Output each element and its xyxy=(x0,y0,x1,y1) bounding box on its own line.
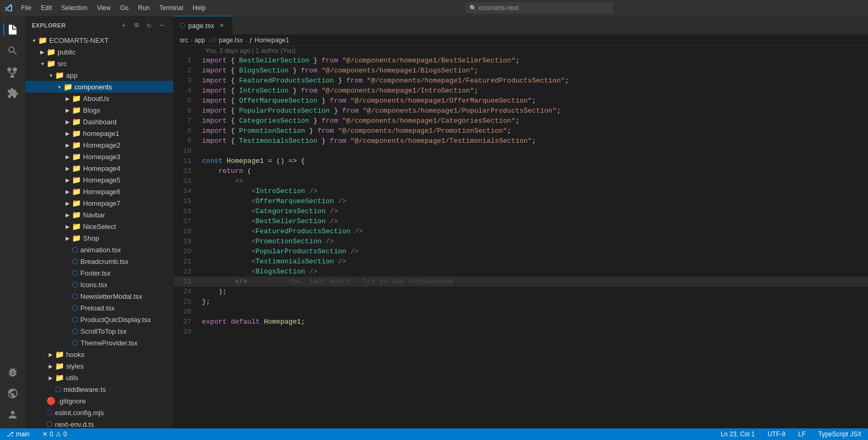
line-content: import { BestSellerSection } from "@/com… xyxy=(200,56,868,66)
folder-shop-icon: 📁 xyxy=(72,234,81,242)
global-search-bar[interactable]: 🔍 ecomarts-next xyxy=(465,2,613,14)
activity-extensions[interactable] xyxy=(3,84,22,103)
arrow-icon: ▶ xyxy=(63,210,72,219)
tree-item-preload[interactable]: ▶ ⬡ Preload.tsx xyxy=(25,302,173,314)
activity-run-debug[interactable] xyxy=(3,363,22,382)
activity-explorer[interactable] xyxy=(3,20,22,39)
breadcrumb-src[interactable]: src xyxy=(180,36,188,44)
tree-label: Homepage7 xyxy=(83,199,121,207)
status-position[interactable]: Ln 23, Col 1 xyxy=(718,430,757,438)
status-line-ending[interactable]: LF xyxy=(796,430,808,438)
activity-remote[interactable] xyxy=(3,384,22,403)
line-content: ); xyxy=(200,287,868,297)
tree-item-blogs[interactable]: ▶ 📁 Blogs xyxy=(25,104,173,116)
tree-item-footer[interactable]: ▶ ⬡ Footer.tsx xyxy=(25,267,173,279)
menu-run[interactable]: Run xyxy=(134,0,154,16)
tree-item-scrolltotop[interactable]: ▶ ⬡ ScrollToTop.tsx xyxy=(25,325,173,337)
line-content: </> You, last month · Try to add fontawe… xyxy=(200,277,868,287)
code-line: 17 <BestSellerSection /> xyxy=(173,216,868,226)
tab-page-tsx[interactable]: ⬡ page.tsx ✕ xyxy=(173,16,233,34)
tree-label: src xyxy=(58,60,67,68)
tree-item-components[interactable]: ▾ 📁 components xyxy=(25,81,173,93)
tree-item-animation[interactable]: ▶ ⬡ animation.tsx xyxy=(25,244,173,255)
status-encoding[interactable]: UTF-8 xyxy=(765,430,788,438)
tree-item-homepage4[interactable]: ▶ 📁 Homepage4 xyxy=(25,162,173,174)
tree-label: Navbar xyxy=(83,211,105,219)
menu-go[interactable]: Go xyxy=(116,0,133,16)
tree-item-dashboard[interactable]: ▶ 📁 Dashboard xyxy=(25,116,173,127)
tree-item-public[interactable]: ▶ 📁 public xyxy=(25,46,173,58)
tree-label: ScrollToTop.tsx xyxy=(80,327,126,335)
line-number: 3 xyxy=(173,76,200,86)
tree-item-next-env[interactable]: ▶ ⬡ next-env.d.ts xyxy=(25,418,173,428)
line-content xyxy=(200,307,868,317)
arrow-icon: ▶ xyxy=(47,350,55,359)
tree-item-homepage2[interactable]: ▶ 📁 Homepage2 xyxy=(25,139,173,151)
tree-label: Blogs xyxy=(83,106,100,114)
collapse-all-button[interactable]: ⋯ xyxy=(156,20,167,31)
tree-item-hooks[interactable]: ▶ 📁 hooks xyxy=(25,349,173,360)
menu-edit[interactable]: Edit xyxy=(36,0,56,16)
tree-item-shop[interactable]: ▶ 📁 Shop xyxy=(25,232,173,244)
status-branch[interactable]: ⎇ main xyxy=(4,430,32,438)
blame-text: You, 3 days ago | 1 author (You) xyxy=(205,47,296,54)
code-line: 27export default Homepage1; xyxy=(173,317,868,327)
blame-line: You, 3 days ago | 1 author (You) xyxy=(173,46,868,56)
tree-item-icons[interactable]: ▶ ⬡ Icons.tsx xyxy=(25,279,173,290)
refresh-button[interactable]: ↻ xyxy=(144,20,154,31)
tsx-icon: ⬡ xyxy=(72,245,78,254)
status-errors[interactable]: ✕ 0 ⚠ 0 xyxy=(40,430,69,438)
tree-item-homepage1[interactable]: ▶ 📁 homepage1 xyxy=(25,127,173,139)
activity-search[interactable] xyxy=(3,41,22,60)
tree-root[interactable]: ▾ 📁 ECOMARTS-NEXT xyxy=(25,34,173,46)
tsx-icon: ⬡ xyxy=(72,304,78,312)
new-file-button[interactable]: + xyxy=(118,20,129,31)
tree-label: AboutUs xyxy=(83,95,109,103)
tree-item-homepage5[interactable]: ▶ 📁 Homepage5 xyxy=(25,174,173,186)
arrow-icon: ▶ xyxy=(38,48,47,56)
breadcrumb-app[interactable]: app xyxy=(195,36,205,44)
tree-item-eslint[interactable]: ▶ ⬡ eslint.config.mjs xyxy=(25,407,173,418)
tree-item-src[interactable]: ▾ 📁 src xyxy=(25,58,173,69)
tree-item-homepage3[interactable]: ▶ 📁 Homepage3 xyxy=(25,151,173,162)
breadcrumb-fn[interactable]: Homepage1 xyxy=(255,36,289,44)
tree-label: Preload.tsx xyxy=(80,304,115,312)
menu-selection[interactable]: Selection xyxy=(57,0,91,16)
error-count: 0 xyxy=(50,430,53,438)
tree-label: components xyxy=(75,83,112,91)
code-editor[interactable]: 1import { BestSellerSection } from "@/co… xyxy=(173,56,868,428)
tree-item-homepage7[interactable]: ▶ 📁 Homepage7 xyxy=(25,197,173,209)
tree-item-navbar[interactable]: ▶ 📁 Navbar xyxy=(25,209,173,221)
line-content: <CategoriesSection /> xyxy=(200,206,868,216)
menu-terminal[interactable]: Terminal xyxy=(155,0,187,16)
line-number: 24 xyxy=(173,287,200,297)
tree-item-gitignore[interactable]: ▶ 🔴 .gitignore xyxy=(25,395,173,407)
tree-item-app[interactable]: ▾ 📁 app xyxy=(25,69,173,81)
line-number: 14 xyxy=(173,186,200,196)
tree-item-styles[interactable]: ▶ 📁 styles xyxy=(25,360,173,372)
tab-close-button[interactable]: ✕ xyxy=(217,21,226,30)
tree-item-themeprovider[interactable]: ▶ ⬡ ThemeProvider.tsx xyxy=(25,337,173,349)
tree-item-productquic[interactable]: ▶ ⬡ ProductQuicDisplay.tsx xyxy=(25,314,173,325)
tree-item-aboutus[interactable]: ▶ 📁 AboutUs xyxy=(25,93,173,104)
tree-item-middleware[interactable]: ▶ ⬡ middleware.ts xyxy=(25,383,173,395)
breadcrumb-file[interactable]: page.tsx xyxy=(219,36,243,44)
folder-icon: 📁 xyxy=(72,94,81,103)
menu-view[interactable]: View xyxy=(93,0,115,16)
status-language[interactable]: TypeScript JSX xyxy=(816,430,864,438)
tree-item-breadcrumb[interactable]: ▶ ⬡ Breadcrumb.tsx xyxy=(25,255,173,267)
activity-source-control[interactable] xyxy=(3,62,22,81)
tree-item-newsletter[interactable]: ▶ ⬡ NewsletterModal.tsx xyxy=(25,290,173,302)
menu-file[interactable]: File xyxy=(17,0,35,16)
tree-label: app xyxy=(66,71,78,79)
tree-item-utils[interactable]: ▶ 📁 utils xyxy=(25,372,173,383)
search-icon: 🔍 xyxy=(469,5,477,12)
tree-label: homepage1 xyxy=(83,130,119,138)
new-folder-button[interactable]: ⊞ xyxy=(131,20,142,31)
line-content: import { CategoriesSection } from "@/com… xyxy=(200,116,868,126)
activity-accounts[interactable] xyxy=(3,405,22,424)
tree-item-niceselect[interactable]: ▶ 📁 NiceSelect xyxy=(25,221,173,232)
menu-help[interactable]: Help xyxy=(189,0,210,16)
search-text: ecomarts-next xyxy=(479,4,519,12)
tree-item-homepage6[interactable]: ▶ 📁 Homepage6 xyxy=(25,186,173,197)
